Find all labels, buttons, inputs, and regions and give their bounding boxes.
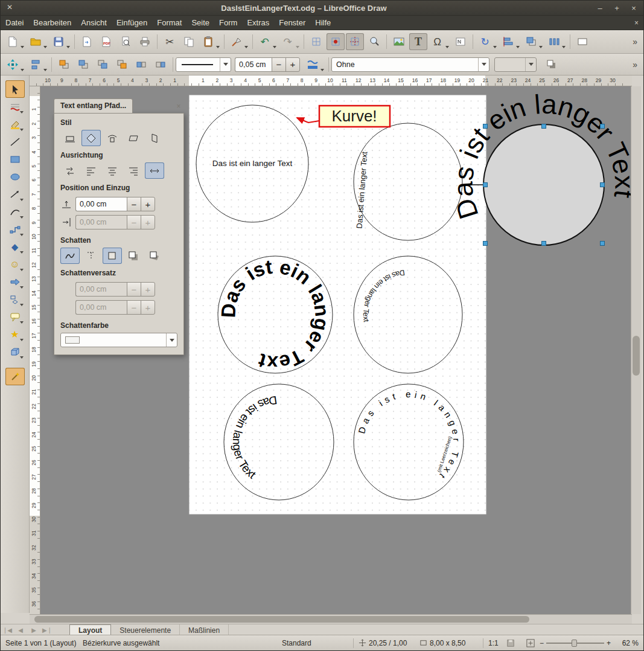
lines-arrows-tool-button[interactable]: [5, 185, 25, 203]
vertical-scrollbar[interactable]: [631, 86, 641, 614]
shadow-x-input[interactable]: [75, 282, 127, 297]
helplines-while-moving-button[interactable]: [346, 33, 364, 50]
curve-tool-button[interactable]: [5, 203, 25, 220]
callout-text[interactable]: Kurve!: [331, 107, 377, 125]
zoom-slider[interactable]: [546, 638, 604, 648]
vertical-ruler[interactable]: 1234567891011121314151617181920212223242…: [30, 86, 40, 614]
arrange-button[interactable]: [522, 33, 544, 50]
line-width-decrease-button[interactable]: −: [272, 57, 286, 72]
orientation-button[interactable]: [60, 162, 80, 179]
open-button[interactable]: [27, 33, 48, 50]
horizontal-ruler[interactable]: 1098765432112345678910111213141516171819…: [30, 75, 632, 86]
redo-button[interactable]: ↷: [279, 33, 301, 50]
callout-shapes-button[interactable]: [5, 308, 25, 326]
send-backward-button[interactable]: [94, 56, 112, 73]
zoom-button[interactable]: [365, 33, 383, 50]
close-button[interactable]: ×: [626, 2, 641, 14]
special-character-button[interactable]: Ω: [429, 33, 450, 50]
export-button[interactable]: [78, 33, 96, 50]
insert-frame-button[interactable]: [451, 33, 470, 50]
distance-input[interactable]: [75, 197, 127, 211]
horizontal-scrollbar-thumb[interactable]: [34, 616, 529, 623]
window-menu-icon[interactable]: ✕: [4, 3, 15, 13]
distance-decrease-button[interactable]: −: [127, 197, 141, 211]
ellipse-tool-button[interactable]: [5, 168, 25, 185]
menu-einfuegen[interactable]: Einfügen: [112, 16, 152, 29]
3d-objects-button[interactable]: [5, 343, 25, 361]
menu-ansicht[interactable]: Ansicht: [76, 16, 112, 29]
align-objects-button[interactable]: [27, 56, 48, 73]
display-grid-button[interactable]: [307, 33, 325, 50]
vertical-shadow-button[interactable]: [124, 248, 143, 264]
cut-button[interactable]: ✂: [161, 33, 179, 50]
align-right-button[interactable]: [124, 162, 143, 179]
style-slant-horizontal-button[interactable]: [124, 130, 143, 146]
close-document-button[interactable]: ×: [634, 19, 639, 27]
flowchart-shapes-button[interactable]: [5, 290, 25, 308]
text-contour-button[interactable]: [81, 248, 101, 264]
fontwork-dialog-header[interactable]: Text entlang Pfad... ×: [54, 97, 184, 113]
zoom-percent[interactable]: 62 %: [611, 639, 639, 647]
menu-fenster[interactable]: Fenster: [274, 16, 310, 29]
selection-handle[interactable]: [542, 242, 546, 246]
shadow-x-increase-button[interactable]: +: [141, 282, 155, 297]
shadow-color-dropdown-arrow[interactable]: [166, 333, 177, 347]
shadow-y-increase-button[interactable]: +: [141, 300, 155, 315]
area-color-select[interactable]: [494, 57, 537, 72]
autosize-text-button[interactable]: [145, 162, 164, 179]
minimize-button[interactable]: –: [593, 2, 607, 14]
save-button[interactable]: [49, 33, 71, 50]
print-preview-button[interactable]: [116, 33, 135, 50]
zoom-out-button[interactable]: −: [540, 639, 544, 647]
rectangle-tool-button[interactable]: [5, 150, 25, 168]
style-off-button[interactable]: [60, 130, 80, 146]
style-slant-vertical-button[interactable]: [145, 130, 164, 146]
selection-handle[interactable]: [601, 183, 605, 187]
edit-points-button[interactable]: [5, 368, 25, 385]
bring-to-front-button[interactable]: [55, 56, 73, 73]
align-left-button[interactable]: [81, 162, 101, 179]
selection-handle[interactable]: [601, 124, 605, 129]
in-front-of-object-button[interactable]: [132, 56, 150, 73]
symbol-shapes-button[interactable]: ☺: [5, 255, 25, 273]
copy-button[interactable]: [180, 33, 198, 50]
rotate-button[interactable]: ↻: [476, 33, 498, 50]
shadow-color-select[interactable]: [60, 333, 177, 347]
zoom-slider-thumb[interactable]: [572, 640, 577, 647]
line-color-tool-button[interactable]: [5, 98, 25, 115]
basic-shapes-button[interactable]: ◆: [5, 238, 25, 255]
horizontal-scrollbar[interactable]: [30, 614, 632, 624]
line-color-button[interactable]: [304, 56, 325, 73]
selection-handle[interactable]: [483, 124, 488, 129]
area-style-dropdown-arrow[interactable]: [478, 58, 489, 71]
shadow-toggle-button[interactable]: [543, 56, 561, 73]
indent-increase-button[interactable]: +: [141, 215, 155, 229]
line-style-select[interactable]: [176, 57, 231, 72]
menu-extras[interactable]: Extras: [242, 16, 274, 29]
clone-formatting-button[interactable]: [228, 33, 249, 50]
contour-toggle-button[interactable]: [60, 248, 80, 264]
new-document-button[interactable]: [4, 33, 25, 50]
distance-increase-button[interactable]: +: [141, 197, 155, 211]
area-color-dropdown-arrow[interactable]: [525, 58, 536, 71]
toolbar-overflow-button[interactable]: »: [629, 37, 641, 46]
menu-datei[interactable]: Datei: [1, 16, 28, 29]
insert-textbox-button[interactable]: T: [409, 33, 427, 50]
insert-image-button[interactable]: [390, 33, 408, 50]
menu-format[interactable]: Format: [152, 16, 187, 29]
snap-to-grid-button[interactable]: [327, 33, 345, 50]
selection-handle[interactable]: [483, 242, 488, 246]
shadow-x-decrease-button[interactable]: −: [127, 282, 141, 297]
line-width-increase-button[interactable]: +: [285, 57, 300, 72]
paste-button[interactable]: [199, 33, 221, 50]
slant-shadow-button[interactable]: [145, 248, 164, 264]
undo-button[interactable]: ↶: [256, 33, 278, 50]
selection-handle[interactable]: [542, 124, 546, 129]
zoom-fit-icon[interactable]: [526, 639, 535, 647]
block-arrows-button[interactable]: [5, 273, 25, 290]
style-upright-button[interactable]: [103, 130, 122, 146]
connector-tool-button[interactable]: [5, 220, 25, 238]
selection-handle[interactable]: [601, 242, 605, 246]
align-button[interactable]: [499, 33, 521, 50]
shadow-y-input[interactable]: [75, 300, 127, 315]
